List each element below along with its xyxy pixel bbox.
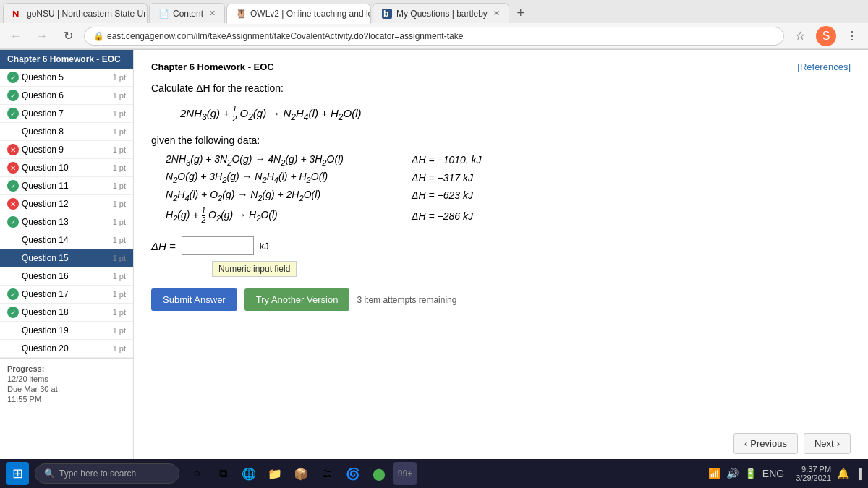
address-bar[interactable]: 🔒 east.cengagenow.com/ilrn/takeAssignmen… <box>84 27 784 46</box>
reload-button[interactable]: ↻ <box>58 26 78 46</box>
status-badge-q8 <box>7 126 19 137</box>
delta-h-3: ΔH = −623 kJ <box>412 189 851 201</box>
tab-gonsu[interactable]: N goNSU | Northeastern State Univ ✕ <box>3 3 148 23</box>
sidebar-item-q19[interactable]: Question 19 1 pt <box>0 322 133 340</box>
sidebar-item-q20[interactable]: Question 20 1 pt <box>0 340 133 358</box>
chevron-left-icon: ‹ <box>744 438 747 449</box>
status-badge-q9: ✕ <box>7 144 19 155</box>
answer-input[interactable] <box>182 236 254 255</box>
tooltip-container: Numeric input field <box>209 261 851 277</box>
numeric-tooltip: Numeric input field <box>212 261 297 277</box>
tab-bar: N goNSU | Northeastern State Univ ✕ 📄 Co… <box>0 0 868 23</box>
delta-h-4: ΔH = −286 kJ <box>412 210 851 222</box>
previous-button[interactable]: ‹ Previous <box>733 433 798 454</box>
status-badge-q19 <box>7 325 19 336</box>
profile-button[interactable]: S <box>816 26 836 46</box>
sidebar-item-q14[interactable]: Question 14 1 pt <box>0 231 133 249</box>
next-button[interactable]: Next › <box>804 433 851 454</box>
reaction-row-3: N2H4(l) + O2(g) → N2(g) + 2H2O(l) ΔH = −… <box>166 189 851 202</box>
tab-bartleby[interactable]: b My Questions | bartleby ✕ <box>373 3 509 23</box>
question-prompt: Calculate ΔH for the reaction: <box>151 82 851 94</box>
tab-icon-bartleby: b <box>382 9 392 19</box>
reaction-eq-2: N2O(g) + 3H2(g) → N2H4(l) + H2O(l) <box>166 171 412 184</box>
reaction-eq-3: N2H4(l) + O2(g) → N2(g) + 2H2O(l) <box>166 189 412 202</box>
sidebar-item-q11[interactable]: ✓ Question 11 1 pt <box>0 177 133 195</box>
status-badge-q18: ✓ <box>7 307 19 318</box>
sidebar-item-q16[interactable]: Question 16 1 pt <box>0 267 133 286</box>
try-another-button[interactable]: Try Another Version <box>244 288 350 311</box>
forward-button[interactable]: → <box>32 26 52 46</box>
sidebar-item-q7[interactable]: ✓ Question 7 1 pt <box>0 105 133 123</box>
tab-icon-owlv2: 🦉 <box>236 9 246 19</box>
taskbar: ⊞ 🔍 Type here to search ○ ⧉ 🌐 📁 📦 🗂 🌀 ⬤ … <box>0 459 868 460</box>
progress-label: Progress: <box>7 364 126 373</box>
reactions-table: 2NH3(g) + 3N2O(g) → 4N2(g) + 3H2O(l) ΔH … <box>166 153 851 226</box>
buttons-row: Submit Answer Try Another Version 3 item… <box>151 288 851 311</box>
sidebar-item-q5[interactable]: ✓ Question 5 1 pt <box>0 69 133 87</box>
sidebar-item-q17[interactable]: ✓ Question 17 1 pt <box>0 286 133 304</box>
page-wrapper: Chapter 6 Homework - EOC ✓ Question 5 1 … <box>0 50 868 460</box>
delta-h-2: ΔH = −317 kJ <box>412 172 851 184</box>
main-content: Chapter 6 Homework - EOC [References] Ca… <box>134 50 868 427</box>
content-area: Chapter 6 Homework - EOC [References] Ca… <box>134 50 868 460</box>
sidebar-item-q12[interactable]: ✕ Question 12 1 pt <box>0 195 133 213</box>
sidebar-footer: Progress: 12/20 items Due Mar 30 at 11:5… <box>0 358 133 411</box>
chapter-header: Chapter 6 Homework - EOC <box>151 61 274 72</box>
unit-label: kJ <box>260 241 269 252</box>
sidebar-item-q6[interactable]: ✓ Question 6 1 pt <box>0 87 133 105</box>
due-time: 11:55 PM <box>7 395 126 403</box>
sidebar-header: Chapter 6 Homework - EOC <box>0 50 133 69</box>
delta-h-1: ΔH = −1010. kJ <box>412 154 851 166</box>
sidebar-item-q15[interactable]: Question 15 1 pt <box>0 249 133 267</box>
sidebar: Chapter 6 Homework - EOC ✓ Question 5 1 … <box>0 50 134 460</box>
lock-icon: 🔒 <box>93 31 104 41</box>
tab-icon-gonsu: N <box>12 9 22 19</box>
status-badge-q7: ✓ <box>7 108 19 119</box>
reaction-row-4: H2(g) + 12 O2(g) → H2O(l) ΔH = −286 kJ <box>166 207 851 225</box>
tab-owlv2[interactable]: 🦉 OWLv2 | Online teaching and lea ✕ <box>226 4 371 24</box>
submit-button[interactable]: Submit Answer <box>151 288 237 311</box>
attempts-text: 3 item attempts remaining <box>357 295 456 305</box>
given-data-label: given the following data: <box>151 134 851 146</box>
status-badge-q10: ✕ <box>7 162 19 174</box>
browser-controls: ← → ↻ 🔒 east.cengagenow.com/ilrn/takeAss… <box>0 23 868 49</box>
sidebar-item-q13[interactable]: ✓ Question 13 1 pt <box>0 213 133 231</box>
sidebar-item-q10[interactable]: ✕ Question 10 1 pt <box>0 159 133 177</box>
reaction-row-1: 2NH3(g) + 3N2O(g) → 4N2(g) + 3H2O(l) ΔH … <box>166 153 851 167</box>
tab-content[interactable]: 📄 Content ✕ <box>149 3 225 23</box>
reaction-eq-1: 2NH3(g) + 3N2O(g) → 4N2(g) + 3H2O(l) <box>166 153 412 167</box>
chevron-right-icon: › <box>837 438 840 449</box>
status-badge-q20 <box>7 343 19 354</box>
sidebar-item-q18[interactable]: ✓ Question 18 1 pt <box>0 304 133 322</box>
sidebar-item-q9[interactable]: ✕ Question 9 1 pt <box>0 141 133 159</box>
browser-chrome: N goNSU | Northeastern State Univ ✕ 📄 Co… <box>0 0 868 50</box>
status-badge-q14 <box>7 234 19 246</box>
status-badge-q16 <box>7 270 19 282</box>
content-header: Chapter 6 Homework - EOC [References] <box>151 61 851 72</box>
reaction-eq-4: H2(g) + 12 O2(g) → H2O(l) <box>166 207 412 225</box>
due-label: Due Mar 30 at <box>7 385 126 393</box>
status-badge-q17: ✓ <box>7 288 19 300</box>
references-link[interactable]: [References] <box>797 61 851 72</box>
back-button[interactable]: ← <box>6 26 26 46</box>
tab-close-bartleby[interactable]: ✕ <box>493 9 500 18</box>
answer-row: ΔH = kJ <box>151 236 851 255</box>
status-badge-q11: ✓ <box>7 180 19 192</box>
bookmark-button[interactable]: ☆ <box>790 26 810 46</box>
bottom-nav: ‹ Previous Next › <box>134 427 868 460</box>
tab-close-content[interactable]: ✕ <box>209 9 216 18</box>
answer-label: ΔH = <box>151 240 176 252</box>
status-badge-q15 <box>7 252 19 264</box>
reaction-row-2: N2O(g) + 3H2(g) → N2H4(l) + H2O(l) ΔH = … <box>166 171 851 184</box>
main-reaction: 2NH3(g) + 12 O2(g) → N2H4(l) + H2O(l) <box>180 104 851 124</box>
progress-value: 12/20 items <box>7 374 126 383</box>
settings-button[interactable]: ⋮ <box>842 26 862 46</box>
sidebar-item-q8[interactable]: Question 8 1 pt <box>0 123 133 141</box>
status-badge-q12: ✕ <box>7 198 19 210</box>
status-badge-q5: ✓ <box>7 72 19 83</box>
status-badge-q13: ✓ <box>7 216 19 228</box>
tab-icon-content: 📄 <box>158 9 169 19</box>
status-badge-q6: ✓ <box>7 90 19 101</box>
new-tab-button[interactable]: + <box>511 3 531 23</box>
